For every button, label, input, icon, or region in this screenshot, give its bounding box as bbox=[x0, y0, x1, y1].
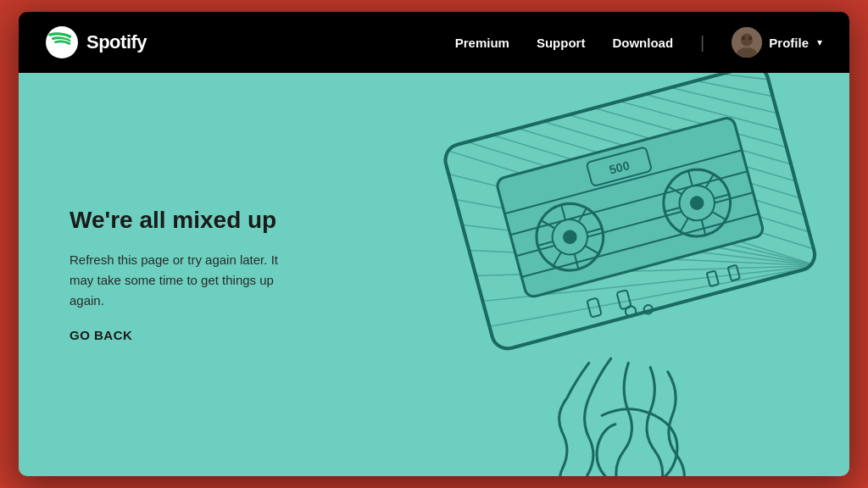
cassette-illustration: 500 bbox=[426, 73, 849, 476]
chevron-down-icon: ▾ bbox=[817, 36, 822, 48]
spotify-logo-icon bbox=[46, 26, 78, 58]
navbar-nav: Premium Support Download | bbox=[455, 27, 822, 58]
profile-menu[interactable]: Profile ▾ bbox=[732, 27, 822, 58]
error-title: We're all mixed up bbox=[70, 206, 290, 235]
svg-rect-28 bbox=[496, 116, 765, 298]
go-back-link[interactable]: GO BACK bbox=[70, 328, 132, 342]
spotify-wordmark: Spotify bbox=[86, 31, 147, 53]
error-text-area: We're all mixed up Refresh this page or … bbox=[19, 172, 341, 377]
cassette-svg: 500 bbox=[426, 73, 849, 476]
svg-rect-60 bbox=[728, 265, 740, 281]
profile-label: Profile bbox=[769, 36, 809, 50]
brand-link[interactable]: Spotify bbox=[46, 26, 147, 58]
nav-download[interactable]: Download bbox=[612, 36, 673, 50]
main-content: We're all mixed up Refresh this page or … bbox=[19, 73, 849, 476]
error-description: Refresh this page or try again later. It… bbox=[70, 250, 290, 311]
navbar: Spotify Premium Support Download | bbox=[19, 12, 849, 73]
svg-point-4 bbox=[742, 36, 745, 41]
svg-point-5 bbox=[748, 36, 752, 41]
svg-line-27 bbox=[721, 73, 768, 91]
nav-divider: | bbox=[700, 33, 704, 53]
nav-support[interactable]: Support bbox=[537, 36, 586, 50]
nav-premium[interactable]: Premium bbox=[455, 36, 509, 50]
svg-rect-59 bbox=[707, 271, 719, 287]
avatar-image bbox=[732, 27, 762, 58]
app-screen: Spotify Premium Support Download | bbox=[19, 12, 849, 476]
avatar bbox=[732, 27, 762, 58]
